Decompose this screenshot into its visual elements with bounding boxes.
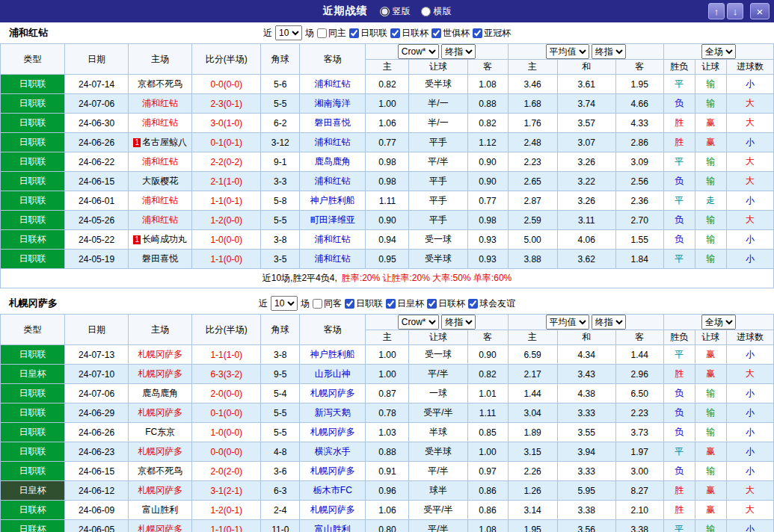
score-link[interactable]: 2-3(0-1) — [192, 94, 261, 114]
score-link[interactable]: 2-0(0-0) — [192, 384, 261, 403]
home-team-link[interactable]: 札幌冈萨多 — [129, 481, 192, 501]
home-team-link[interactable]: 大阪樱花 — [129, 172, 192, 191]
score-link[interactable]: 1-2(0-1) — [192, 501, 261, 520]
away-team-link[interactable]: 栃木市FC — [300, 481, 366, 501]
match-count-select[interactable]: 10 — [271, 296, 298, 311]
match-count-select[interactable]: 10 — [275, 25, 302, 40]
move-down-button[interactable]: ↓ — [727, 3, 743, 19]
league-filter-acl[interactable]: 亚冠杯 — [473, 27, 511, 40]
league-checkbox[interactable] — [431, 28, 441, 38]
away-team-link[interactable]: 浦和红钻 — [300, 172, 366, 191]
away-team-link[interactable]: 浦和红钻 — [300, 230, 366, 250]
away-team-link[interactable]: 札幌冈萨多 — [300, 501, 366, 520]
avg-time-select[interactable]: 终指 — [592, 315, 626, 330]
scope-select[interactable]: 全场 — [701, 315, 736, 330]
avg-time-select[interactable]: 终指 — [592, 44, 626, 59]
avg-odds-select[interactable]: 平均值 — [546, 44, 589, 59]
away-team-link[interactable]: 山形山神 — [300, 365, 366, 384]
league-filter-league-cup[interactable]: 日联杯 — [390, 27, 429, 40]
home-team-link[interactable]: 浦和红钻 — [129, 94, 192, 114]
score-link[interactable]: 2-1(1-0) — [192, 172, 261, 191]
same-venue-filter[interactable]: 同主 — [317, 27, 346, 40]
home-team-link[interactable]: 磐田喜悦 — [129, 250, 192, 269]
odds-time-select[interactable]: 终指 — [441, 44, 476, 59]
league-filter-jleague[interactable]: 日职联 — [345, 297, 383, 310]
away-team-link[interactable]: 浦和红钻 — [300, 75, 366, 94]
league-checkbox[interactable] — [427, 299, 437, 309]
home-team-link[interactable]: 浦和红钻 — [129, 114, 192, 133]
away-team-link[interactable]: 湘南海洋 — [300, 94, 366, 114]
home-team-link[interactable]: 鹿岛鹿角 — [129, 384, 192, 403]
scope-select[interactable]: 全场 — [701, 44, 736, 59]
avg-odds-select[interactable]: 平均值 — [546, 315, 589, 330]
close-button[interactable]: × — [750, 3, 770, 19]
league-checkbox[interactable] — [349, 28, 359, 38]
league-checkbox[interactable] — [390, 28, 400, 38]
same-venue-checkbox[interactable] — [313, 299, 322, 309]
league-filter-jleague[interactable]: 日职联 — [349, 27, 387, 40]
league-checkbox[interactable] — [473, 28, 482, 38]
away-team-link[interactable]: 磐田喜悦 — [300, 114, 366, 133]
score-link[interactable]: 0-0(0-0) — [192, 442, 261, 462]
score-link[interactable]: 1-1(0-0) — [192, 250, 261, 269]
away-team-link[interactable]: 浦和红钻 — [300, 133, 366, 152]
away-team-link[interactable]: 浦和红钻 — [300, 250, 366, 269]
odds-company-select[interactable]: Crow* — [398, 44, 439, 59]
home-team-link[interactable]: 浦和红钻 — [129, 191, 192, 211]
home-team-link[interactable]: 京都不死鸟 — [129, 462, 192, 481]
score-link[interactable]: 2-0(2-0) — [192, 462, 261, 481]
score-link[interactable]: 0-0(0-0) — [192, 75, 261, 94]
away-team-link[interactable]: 札幌冈萨多 — [300, 423, 366, 442]
home-team-link[interactable]: 札幌冈萨多 — [129, 520, 192, 532]
score-link[interactable]: 6-3(3-2) — [192, 365, 261, 384]
horizontal-radio[interactable] — [421, 7, 431, 16]
away-team-link[interactable]: 神户胜利船 — [300, 191, 366, 211]
league-filter-league-cup[interactable]: 日联杯 — [427, 297, 465, 310]
league-checkbox[interactable] — [386, 299, 396, 309]
view-mode-horizontal[interactable]: 横版 — [421, 5, 452, 18]
home-team-link[interactable]: 札幌冈萨多 — [129, 403, 192, 423]
away-team-link[interactable]: 神户胜利船 — [300, 345, 366, 365]
score-link[interactable]: 1-0(0-0) — [192, 230, 261, 250]
home-team-link[interactable]: 1名古屋鲸八 — [129, 133, 192, 152]
home-team-link[interactable]: 札幌冈萨多 — [129, 365, 192, 384]
away-team-link[interactable]: 鹿岛鹿角 — [300, 152, 366, 172]
home-team-link[interactable]: FC东京 — [129, 423, 192, 442]
score-link[interactable]: 2-2(0-2) — [192, 152, 261, 172]
score-link[interactable]: 3-1(2-1) — [192, 481, 261, 501]
score-link[interactable]: 0-1(0-1) — [192, 133, 261, 152]
view-mode-vertical[interactable]: 竖版 — [380, 5, 411, 18]
score-link[interactable]: 1-1(1-0) — [192, 345, 261, 365]
home-team-link[interactable]: 富山胜利 — [129, 501, 192, 520]
away-team-link[interactable]: 札幌冈萨多 — [300, 462, 366, 481]
away-team-link[interactable]: 札幌冈萨多 — [300, 384, 366, 403]
away-team-link[interactable]: 町田泽维亚 — [300, 211, 366, 230]
home-team-link[interactable]: 京都不死鸟 — [129, 75, 192, 94]
away-team-link[interactable]: 新泻天鹅 — [300, 403, 366, 423]
vertical-radio[interactable] — [380, 7, 390, 16]
home-team-link[interactable]: 浦和红钻 — [129, 211, 192, 230]
league-filter-friendly[interactable]: 球会友谊 — [468, 297, 515, 310]
same-venue-filter[interactable]: 同客 — [313, 297, 342, 310]
league-checkbox[interactable] — [345, 299, 354, 309]
score-link[interactable]: 1-0(0-0) — [192, 423, 261, 442]
home-team-link[interactable]: 札幌冈萨多 — [129, 345, 192, 365]
league-filter-emperor-cup[interactable]: 日皇杯 — [386, 297, 424, 310]
score-link[interactable]: 1-1(0-1) — [192, 191, 261, 211]
odds-time-select[interactable]: 终指 — [441, 315, 476, 330]
home-team-link[interactable]: 札幌冈萨多 — [129, 442, 192, 462]
away-team-link[interactable]: 横滨水手 — [300, 442, 366, 462]
score-link[interactable]: 1-2(0-0) — [192, 211, 261, 230]
odds-company-select[interactable]: Crow* — [398, 315, 439, 330]
corner-count: 3-3 — [261, 172, 300, 191]
score-link[interactable]: 1-1(0-1) — [192, 520, 261, 532]
away-team-link[interactable]: 富山胜利 — [300, 520, 366, 532]
league-checkbox[interactable] — [468, 299, 478, 309]
move-up-button[interactable]: ↑ — [708, 3, 725, 19]
home-team-link[interactable]: 浦和红钻 — [129, 152, 192, 172]
score-link[interactable]: 3-0(1-0) — [192, 114, 261, 133]
home-team-link[interactable]: 1长崎成功丸 — [129, 230, 192, 250]
league-filter-club-wc[interactable]: 世俱杯 — [431, 27, 470, 40]
score-link[interactable]: 0-1(0-0) — [192, 403, 261, 423]
same-venue-checkbox[interactable] — [317, 28, 327, 38]
